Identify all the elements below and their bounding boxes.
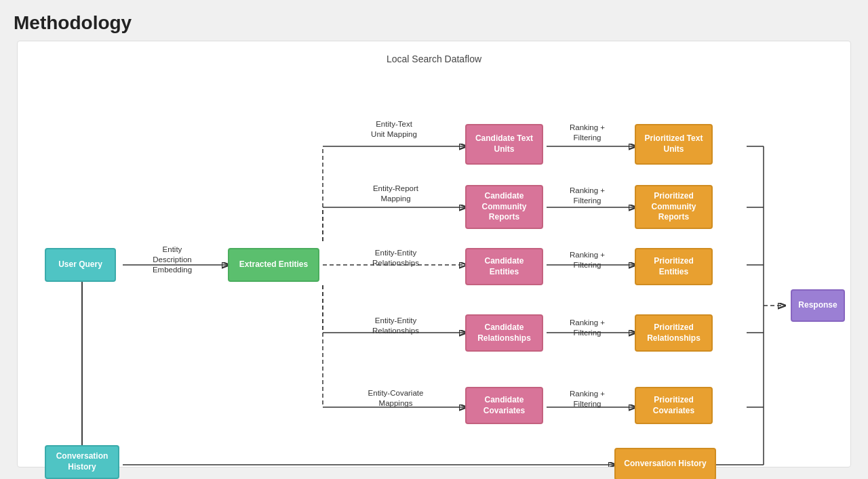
prioritized-covariates-node: Prioritized Covariates — [635, 387, 713, 424]
diagram-container: Local Search Dataflow — [17, 41, 851, 467]
conversation-history-out-node: Conversation History — [614, 448, 716, 479]
conversation-history-node: Conversation History — [45, 445, 119, 479]
ranking-filtering-1-label: Ranking +Filtering — [553, 123, 621, 143]
candidate-relationships-node: Candidate Relationships — [465, 314, 543, 352]
prioritized-relationships-node: Prioritized Relationships — [635, 314, 713, 352]
page: Methodology Local Search Dataflow — [0, 0, 868, 479]
candidate-community-reports-node: Candidate Community Reports — [465, 185, 543, 229]
candidate-covariates-node: Candidate Covariates — [465, 387, 543, 424]
user-query-node: User Query — [45, 248, 116, 282]
candidate-entities-node: Candidate Entities — [465, 248, 543, 285]
entity-description-label: EntityDescriptionEmbedding — [132, 245, 213, 275]
page-title: Methodology — [14, 12, 854, 34]
ranking-filtering-2-label: Ranking +Filtering — [553, 186, 621, 206]
entity-report-label: Entity-ReportMapping — [357, 184, 435, 204]
ranking-filtering-3-label: Ranking +Filtering — [553, 250, 621, 270]
extracted-entities-node: Extracted Entities — [228, 248, 319, 282]
prioritized-text-units-node: Prioritized Text Units — [635, 124, 713, 165]
entity-covariate-label: Entity-CovariateMappings — [357, 388, 435, 409]
entity-entity-1-label: Entity-EntityRelationships — [357, 248, 435, 268]
prioritized-entities-node: Prioritized Entities — [635, 248, 713, 285]
prioritized-community-reports-node: Prioritized Community Reports — [635, 185, 713, 229]
diagram-title: Local Search Dataflow — [18, 47, 850, 64]
candidate-text-units-node: Candidate Text Units — [465, 124, 543, 165]
entity-entity-2-label: Entity-EntityRelationships — [357, 316, 435, 336]
response-node: Response — [791, 289, 845, 322]
entity-text-unit-label: Entity-TextUnit Mapping — [357, 119, 431, 140]
ranking-filtering-5-label: Ranking +Filtering — [553, 389, 621, 409]
ranking-filtering-4-label: Ranking +Filtering — [553, 318, 621, 338]
